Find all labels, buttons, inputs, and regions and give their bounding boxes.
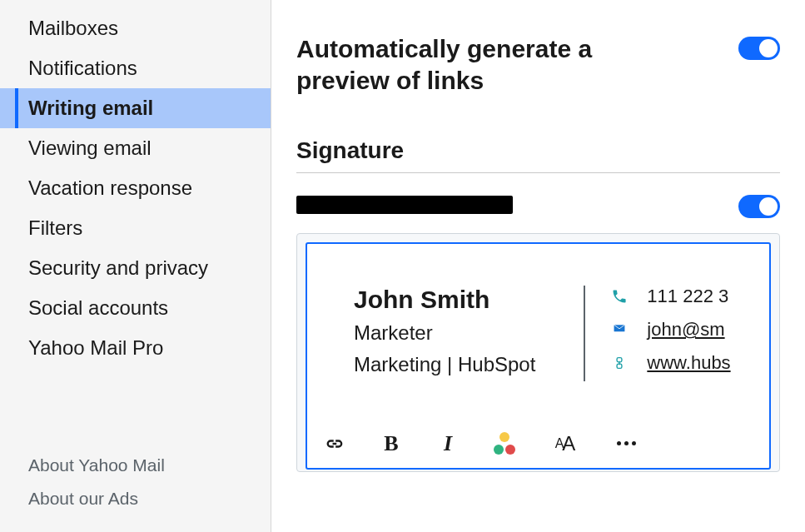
settings-main: Automatically generate a preview of link… bbox=[271, 0, 805, 532]
signature-heading: Signature bbox=[296, 137, 780, 164]
signature-name: John Smith bbox=[354, 286, 535, 314]
sidebar-item-notifications[interactable]: Notifications bbox=[0, 48, 271, 88]
signature-role: Marketer bbox=[354, 317, 535, 349]
about-yahoo-mail-link[interactable]: About Yahoo Mail bbox=[0, 449, 271, 482]
signature-content: John Smith Marketer Marketing | HubSpot … bbox=[307, 244, 769, 423]
signature-divider bbox=[296, 172, 780, 173]
signature-identity: John Smith Marketer Marketing | HubSpot bbox=[354, 286, 569, 381]
toolbar-color-button[interactable] bbox=[492, 431, 517, 456]
sidebar-item-yahoo-mail-pro[interactable]: Yahoo Mail Pro bbox=[0, 328, 271, 368]
toolbar-bold-button[interactable]: B bbox=[379, 431, 404, 456]
envelope-icon bbox=[610, 321, 629, 339]
toolbar-more-button[interactable] bbox=[614, 431, 639, 456]
signature-editor-container: John Smith Marketer Marketing | HubSpot … bbox=[296, 233, 780, 472]
link-preview-label: Automatically generate a preview of link… bbox=[296, 33, 688, 96]
signature-website-value[interactable]: www.hubs bbox=[647, 352, 730, 374]
sidebar-item-writing-email[interactable]: Writing email bbox=[0, 88, 271, 128]
link-preview-toggle[interactable] bbox=[738, 37, 780, 60]
sidebar-item-viewing-email[interactable]: Viewing email bbox=[0, 128, 271, 168]
sidebar-item-filters[interactable]: Filters bbox=[0, 208, 271, 248]
link-chain-icon bbox=[610, 354, 629, 372]
settings-sidebar: Mailboxes Notifications Writing email Vi… bbox=[0, 0, 271, 532]
signature-email-row: john@sm bbox=[610, 319, 761, 341]
toolbar-text-size-button[interactable]: AA bbox=[549, 431, 582, 456]
signature-toggle[interactable] bbox=[738, 195, 780, 218]
toolbar-italic-button[interactable]: I bbox=[435, 431, 460, 456]
signature-toolbar: B I AA bbox=[307, 423, 769, 468]
signature-email-value[interactable]: john@sm bbox=[647, 319, 724, 341]
sidebar-footer: About Yahoo Mail About our Ads bbox=[0, 449, 271, 532]
signature-website-row: www.hubs bbox=[610, 352, 761, 374]
signature-contact: 111 222 3 john@sm www.hubs bbox=[610, 286, 761, 381]
signature-divider-vertical bbox=[584, 286, 585, 381]
phone-icon bbox=[610, 287, 629, 306]
sidebar-item-social-accounts[interactable]: Social accounts bbox=[0, 288, 271, 328]
signature-org: Marketing | HubSpot bbox=[354, 349, 535, 380]
signature-account-row bbox=[296, 191, 780, 218]
settings-nav: Mailboxes Notifications Writing email Vi… bbox=[0, 8, 271, 368]
sidebar-item-security-privacy[interactable]: Security and privacy bbox=[0, 248, 271, 288]
about-our-ads-link[interactable]: About our Ads bbox=[0, 482, 271, 515]
settings-app: Mailboxes Notifications Writing email Vi… bbox=[0, 0, 805, 532]
toolbar-link-button[interactable] bbox=[322, 431, 347, 456]
signature-editor[interactable]: John Smith Marketer Marketing | HubSpot … bbox=[306, 242, 771, 470]
link-preview-setting: Automatically generate a preview of link… bbox=[296, 33, 780, 96]
signature-phone-row: 111 222 3 bbox=[610, 286, 761, 307]
sidebar-item-mailboxes[interactable]: Mailboxes bbox=[0, 8, 271, 48]
account-email-redacted bbox=[296, 196, 513, 214]
sidebar-item-vacation-response[interactable]: Vacation response bbox=[0, 168, 271, 208]
signature-phone-value: 111 222 3 bbox=[647, 286, 728, 307]
